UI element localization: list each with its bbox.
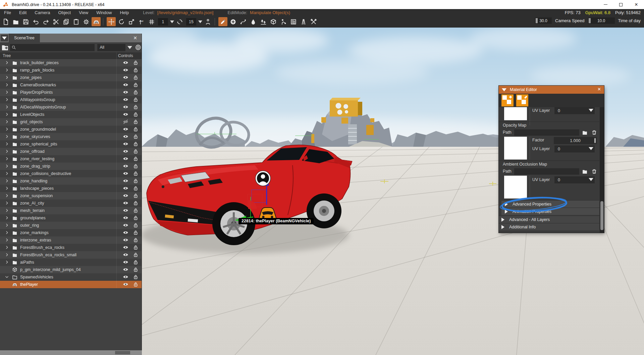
clear-map-icon[interactable] bbox=[590, 168, 598, 175]
filter-select[interactable]: All bbox=[97, 44, 126, 51]
tree-item-label[interactable]: zone_skycurves bbox=[20, 134, 50, 139]
tree-item-label[interactable]: zone_handling bbox=[20, 179, 47, 183]
lock-icon[interactable] bbox=[133, 237, 139, 243]
chevron-icon[interactable] bbox=[5, 120, 9, 124]
menu-window[interactable]: Window bbox=[96, 10, 112, 15]
tree-row-CameraBookmarks[interactable]: CameraBookmarks bbox=[0, 81, 142, 89]
tree-item-label[interactable]: zone_suspension bbox=[20, 193, 53, 198]
time-of-day-handle[interactable] bbox=[589, 18, 591, 23]
chevron-icon[interactable] bbox=[5, 164, 9, 169]
tree-item-label[interactable]: aiPaths bbox=[20, 260, 34, 265]
eye-icon[interactable] bbox=[123, 171, 129, 177]
tree-item-label[interactable]: mesh_terrain bbox=[20, 208, 45, 213]
tree-row-zone_AI_city[interactable]: zone_AI_city bbox=[0, 199, 142, 207]
tree-item-label[interactable]: zone_river_testing bbox=[20, 157, 54, 161]
material-editor-scrollbar[interactable] bbox=[600, 107, 604, 233]
eye-icon[interactable] bbox=[123, 222, 129, 228]
character-tool-button[interactable] bbox=[279, 17, 288, 26]
chevron-icon[interactable] bbox=[5, 275, 9, 279]
opacity-path-input[interactable] bbox=[514, 129, 579, 136]
time-of-day-slider[interactable]: 10.0 bbox=[588, 17, 615, 24]
eye-icon[interactable] bbox=[123, 104, 129, 110]
eye-icon[interactable] bbox=[123, 259, 129, 265]
locate-icon[interactable] bbox=[135, 44, 142, 51]
texture-swatch[interactable] bbox=[504, 176, 527, 198]
undo-button[interactable] bbox=[31, 17, 40, 26]
tree-row-track_builder_pieces[interactable]: track_builder_pieces bbox=[0, 59, 142, 66]
redo-button[interactable] bbox=[41, 17, 50, 26]
tree-row-groundplanes[interactable]: groundplanes bbox=[0, 214, 142, 222]
eye-icon[interactable] bbox=[123, 89, 129, 95]
lock-icon[interactable] bbox=[133, 104, 139, 110]
tree-item-label[interactable]: LevelObjects bbox=[20, 112, 44, 117]
draw-tool-button[interactable] bbox=[218, 17, 227, 26]
copy-button[interactable] bbox=[61, 17, 70, 26]
tree-item-label[interactable]: ForestBrush_eca_rocks_small bbox=[20, 253, 76, 257]
eye-icon[interactable] bbox=[123, 148, 129, 154]
forest-tool-button[interactable] bbox=[259, 17, 268, 26]
chevron-icon[interactable] bbox=[5, 208, 9, 213]
uv-layer-select[interactable]: 0 bbox=[554, 145, 595, 152]
eye-icon[interactable] bbox=[123, 112, 129, 118]
lock-icon[interactable] bbox=[133, 82, 139, 88]
eye-icon[interactable] bbox=[123, 141, 129, 147]
lock-icon[interactable] bbox=[133, 267, 139, 273]
tree-item-label[interactable]: ramp_park_blocks bbox=[20, 68, 54, 73]
menu-file[interactable]: File bbox=[4, 10, 11, 15]
close-button[interactable]: ✕ bbox=[629, 0, 644, 9]
chevron-icon[interactable] bbox=[5, 186, 9, 191]
maximize-button[interactable] bbox=[613, 0, 629, 9]
lock-icon[interactable] bbox=[133, 156, 139, 162]
tree-row-zone_handling[interactable]: zone_handling bbox=[0, 177, 142, 185]
tree-row-ramp_park_blocks[interactable]: ramp_park_blocks bbox=[0, 66, 142, 74]
lock-icon[interactable] bbox=[133, 185, 139, 191]
player-spawn-marker[interactable] bbox=[256, 171, 271, 186]
lock-icon[interactable] bbox=[133, 281, 139, 287]
chevron-icon[interactable] bbox=[5, 230, 9, 235]
texture-swatch[interactable] bbox=[504, 137, 527, 160]
chevron-icon[interactable] bbox=[5, 216, 9, 220]
chevron-icon[interactable] bbox=[5, 238, 9, 242]
scale-tool-button[interactable] bbox=[127, 17, 136, 26]
lock-icon[interactable] bbox=[133, 141, 139, 147]
chevron-icon[interactable] bbox=[5, 142, 9, 146]
tree-item-label[interactable]: CameraBookmarks bbox=[20, 83, 56, 87]
lock-icon[interactable] bbox=[133, 178, 139, 184]
open-file-button[interactable] bbox=[11, 17, 20, 26]
lock-icon[interactable] bbox=[133, 134, 139, 140]
translate-tool-button[interactable] bbox=[107, 17, 116, 26]
tree-row-landscape_pieces[interactable]: landscape_pieces bbox=[0, 185, 142, 192]
browse-folder-icon[interactable] bbox=[581, 168, 589, 175]
tree-item-label[interactable]: grid_objects bbox=[20, 120, 43, 124]
chevron-icon[interactable] bbox=[5, 149, 9, 154]
tree-row-PlayerDropPoints[interactable]: PlayerDropPoints bbox=[0, 89, 142, 96]
tree-row-zone_spherical_pits[interactable]: zone_spherical_pits bbox=[0, 140, 142, 148]
chevron-down-icon[interactable] bbox=[127, 46, 132, 49]
lock-icon[interactable] bbox=[133, 89, 139, 95]
tree-row-zone_river_testing[interactable]: zone_river_testing bbox=[0, 155, 142, 163]
tree-row-LevelObjects[interactable]: LevelObjects bbox=[0, 111, 142, 118]
lock-icon[interactable] bbox=[133, 112, 139, 118]
editmode-value[interactable]: Manipulate Object(s) bbox=[250, 10, 290, 15]
eye-icon[interactable] bbox=[123, 60, 129, 66]
menu-view[interactable]: View bbox=[79, 10, 88, 15]
ao-path-input[interactable] bbox=[514, 168, 579, 175]
tab-scenetree[interactable]: SceneTree bbox=[9, 34, 40, 42]
material-editor-close-icon[interactable]: ✕ bbox=[597, 87, 601, 92]
collapse-icon[interactable] bbox=[502, 88, 506, 91]
chevron-icon[interactable] bbox=[5, 245, 9, 250]
lock-icon[interactable] bbox=[133, 252, 139, 258]
lock-icon[interactable] bbox=[133, 200, 139, 206]
chevron-icon[interactable] bbox=[5, 68, 9, 73]
tree-row-zone_collisions_destructive[interactable]: zone_collisions_destructive bbox=[0, 170, 142, 177]
section-advanced-all-layers[interactable]: Advanced - All Layers bbox=[499, 216, 599, 223]
factor-slider-handle[interactable] bbox=[594, 138, 596, 143]
chevron-icon[interactable] bbox=[5, 223, 9, 228]
camera-speed-handle[interactable] bbox=[536, 18, 538, 23]
lock-icon[interactable] bbox=[133, 222, 139, 228]
clear-map-icon[interactable] bbox=[590, 129, 598, 136]
tree-item-label[interactable]: groundplanes bbox=[20, 216, 46, 220]
chevron-icon[interactable] bbox=[5, 282, 9, 287]
tree-item-label[interactable]: zone_pipes bbox=[20, 75, 42, 80]
chevron-icon[interactable] bbox=[5, 105, 9, 109]
